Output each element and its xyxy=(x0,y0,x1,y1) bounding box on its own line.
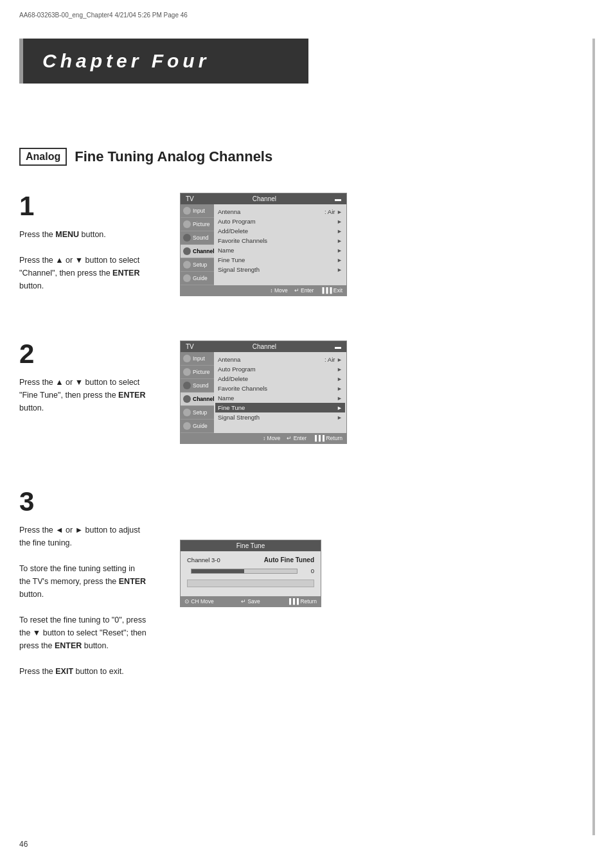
menu-antenna: Antenna : Air ► xyxy=(218,207,342,217)
fine-tune-footer: ⊙ CH Move ↵ Save ▐▐▐ Return xyxy=(181,596,321,607)
tv-menu-2: TV Channel ▬ Input Picture Sound Channel xyxy=(180,341,347,444)
sidebar-input-2: Input xyxy=(181,352,214,366)
menu-signal-strength: Signal Strength ► xyxy=(218,265,342,274)
menu-name: Name ► xyxy=(218,245,342,255)
chapter-box: Chapter Four xyxy=(19,39,308,84)
tv-menu-2-items: Antenna : Air ► Auto Program ► Add/Delet… xyxy=(214,352,346,433)
step-3: 3 Press the ◄ or ► button to adjust the … xyxy=(19,488,594,678)
tv-menu-1-header: TV Channel ▬ xyxy=(181,193,346,204)
sidebar-sound-icon-2 xyxy=(183,382,191,389)
step-2: 2 Press the ▲ or ▼ button to select "Fin… xyxy=(19,341,594,444)
tv-sidebar-1: Input Picture Sound Channel Setup Guide xyxy=(181,204,214,285)
fine-tune-channel-label: Channel 3-0 xyxy=(187,556,220,563)
menu2-name: Name ► xyxy=(218,393,342,403)
fine-tune-body: Channel 3-0 Auto Fine Tuned 0 xyxy=(181,551,321,596)
sidebar-picture-icon-2 xyxy=(183,368,191,376)
sidebar-guide-2: Guide xyxy=(181,420,214,433)
fine-tune-return: ▐▐▐ Return xyxy=(287,598,317,605)
fine-tune-ch-move: ⊙ CH Move xyxy=(184,598,214,605)
sidebar-input: Input xyxy=(181,204,214,218)
step-2-number: 2 xyxy=(19,341,167,368)
fine-tune-auto-label: Auto Fine Tuned xyxy=(264,556,314,563)
tv-menu-1: TV Channel ▬ Input Picture Sound Channel xyxy=(180,193,347,296)
step-1-number: 1 xyxy=(19,193,167,220)
footer-return-2: ▐▐▐ Return xyxy=(313,435,342,441)
footer-enter-1: ↵ Enter xyxy=(294,287,314,294)
sidebar-picture: Picture xyxy=(181,218,214,231)
sidebar-sound-2: Sound xyxy=(181,379,214,393)
fine-tune-container: Fine Tune Channel 3-0 Auto Fine Tuned 0 … xyxy=(180,540,321,607)
fine-tune-bar-fill xyxy=(191,569,244,573)
page-number: 46 xyxy=(19,840,28,849)
step-2-left: 2 Press the ▲ or ▼ button to select "Fin… xyxy=(19,341,167,414)
fine-tune-value: 0 xyxy=(301,567,314,574)
footer-exit-1: ▐▐▐ Exit xyxy=(320,287,342,294)
tv-menu-1-footer: ↕ Move ↵ Enter ▐▐▐ Exit xyxy=(181,285,346,296)
tv-menu-1-body: Input Picture Sound Channel Setup Guide xyxy=(181,204,346,285)
section-title: Analog Fine Tuning Analog Channels xyxy=(19,148,272,166)
sidebar-input-icon xyxy=(183,207,191,215)
menu-fine-tune: Fine Tune ► xyxy=(218,255,342,265)
fine-tune-bar-row: 0 xyxy=(187,567,314,574)
menu2-fine-tune: Fine Tune ► xyxy=(215,403,345,412)
menu2-favorite: Favorite Channels ► xyxy=(218,384,342,393)
tv-menu-2-header: TV Channel ▬ xyxy=(181,341,346,352)
sidebar-picture-2: Picture xyxy=(181,366,214,379)
menu2-add-delete: Add/Delete ► xyxy=(218,374,342,384)
menu-auto-program: Auto Program ► xyxy=(218,217,342,226)
tv-menu-2-body: Input Picture Sound Channel Setup Guide xyxy=(181,352,346,433)
footer-move-1: ↕ Move xyxy=(270,287,287,294)
tv-menu-2-header-left: TV xyxy=(186,343,194,350)
sidebar-setup: Setup xyxy=(181,258,214,272)
sidebar-setup-icon xyxy=(183,261,191,269)
tv-menu-1-header-bar: ▬ xyxy=(335,195,341,202)
footer-move-2: ↕ Move xyxy=(263,435,280,441)
sidebar-channel-icon-2 xyxy=(183,395,191,403)
menu2-auto-program: Auto Program ► xyxy=(218,364,342,374)
fine-tune-bar xyxy=(191,569,298,574)
sidebar-channel-icon xyxy=(183,247,191,255)
tv-menu-1-items: Antenna : Air ► Auto Program ► Add/Delet… xyxy=(214,204,346,285)
fine-tune-channel-row: Channel 3-0 Auto Fine Tuned xyxy=(187,556,314,563)
sidebar-picture-icon xyxy=(183,220,191,228)
page-meta: AA68-03263B-00_eng_Chapter4 4/21/04 5:26… xyxy=(19,12,188,19)
tv-menu-2-header-right: Channel xyxy=(253,343,276,350)
step-3-left: 3 Press the ◄ or ► button to adjust the … xyxy=(19,488,167,678)
step-1: 1 Press the MENU button. Press the ▲ or … xyxy=(19,193,594,296)
menu2-antenna: Antenna : Air ► xyxy=(218,355,342,364)
fine-tune-menu: Fine Tune Channel 3-0 Auto Fine Tuned 0 … xyxy=(180,540,321,607)
menu-favorite: Favorite Channels ► xyxy=(218,236,342,245)
tv-menu-1-header-left: TV xyxy=(186,195,194,202)
sidebar-setup-2: Setup xyxy=(181,406,214,420)
step-1-text: Press the MENU button. Press the ▲ or ▼ … xyxy=(19,225,148,292)
step-3-number: 3 xyxy=(19,488,167,515)
sidebar-channel-2: Channel xyxy=(181,393,214,406)
step-3-text: Press the ◄ or ► button to adjust the fi… xyxy=(19,520,148,678)
chapter-title: Chapter Four xyxy=(42,50,289,72)
fine-tune-save: ↵ Save xyxy=(241,598,260,605)
analog-badge: Analog xyxy=(19,148,67,166)
sidebar-input-icon-2 xyxy=(183,355,191,362)
sidebar-setup-icon-2 xyxy=(183,409,191,416)
sidebar-sound: Sound xyxy=(181,231,214,245)
menu-add-delete: Add/Delete ► xyxy=(218,226,342,236)
step-2-text: Press the ▲ or ▼ button to select "Fine … xyxy=(19,373,148,414)
sidebar-guide-icon xyxy=(183,274,191,282)
section-heading: Fine Tuning Analog Channels xyxy=(75,148,272,165)
footer-enter-2: ↵ Enter xyxy=(287,435,306,441)
sidebar-channel: Channel xyxy=(181,245,214,258)
fine-tune-extra-bar xyxy=(187,580,314,587)
sidebar-guide: Guide xyxy=(181,272,214,285)
tv-sidebar-2: Input Picture Sound Channel Setup Guide xyxy=(181,352,214,433)
sidebar-sound-icon xyxy=(183,234,191,242)
tv-menu-1-header-right: Channel xyxy=(253,195,276,202)
tv-menu-2-footer: ↕ Move ↵ Enter ▐▐▐ Return xyxy=(181,433,346,443)
sidebar-guide-icon-2 xyxy=(183,422,191,430)
fine-tune-header: Fine Tune xyxy=(181,540,321,551)
step-1-left: 1 Press the MENU button. Press the ▲ or … xyxy=(19,193,167,292)
menu2-signal-strength: Signal Strength ► xyxy=(218,412,342,422)
